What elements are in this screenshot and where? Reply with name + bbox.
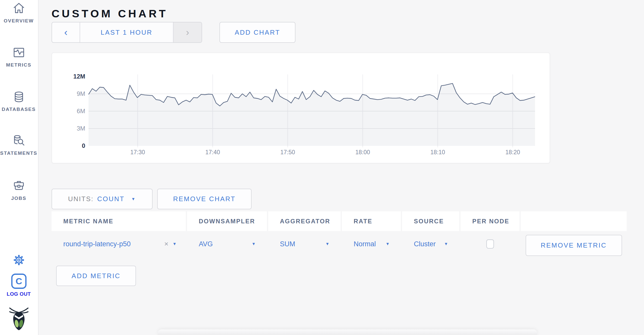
column-header-actions	[521, 211, 627, 231]
sidebar-item-metrics[interactable]: METRICS	[0, 46, 38, 68]
chevron-down-icon: ▼	[131, 197, 136, 201]
column-header-downsampler: DOWNSAMPLER	[187, 211, 267, 231]
sidebar: OVERVIEW METRICS DATABASES	[0, 0, 39, 335]
x-axis-tick: 17:30	[120, 149, 156, 156]
sidebar-label-overview: OVERVIEW	[4, 18, 34, 24]
source-cell: Cluster ▼	[402, 231, 459, 257]
downsampler-dropdown[interactable]: AVG	[199, 240, 213, 248]
time-range-dropdown[interactable]: LAST 1 HOUR	[80, 22, 173, 42]
metric-table-row: round-trip-latency-p50 × ▼ AVG ▼ SUM ▼ N…	[52, 231, 628, 257]
svg-text:C: C	[16, 276, 22, 286]
page-title: CUSTOM CHART	[52, 6, 168, 21]
sidebar-item-statements[interactable]: STATEMENTS	[0, 134, 38, 156]
sidebar-label-jobs: JOBS	[11, 196, 27, 201]
app-logo[interactable]	[0, 307, 38, 330]
column-header-aggregator: AGGREGATOR	[268, 211, 341, 231]
units-dropdown[interactable]: UNITS: COUNT ▼	[52, 189, 153, 209]
chevron-down-icon[interactable]: ▼	[325, 242, 329, 246]
x-axis-tick: 17:40	[195, 149, 231, 156]
remove-chart-button[interactable]: REMOVE CHART	[157, 189, 252, 209]
clear-metric-icon[interactable]: ×	[164, 240, 168, 248]
database-icon	[13, 91, 25, 103]
add-metric-button[interactable]: ADD METRIC	[56, 266, 136, 286]
add-chart-button[interactable]: ADD CHART	[219, 22, 295, 43]
y-axis-tick: 0	[52, 142, 85, 149]
custom-chart-page: OVERVIEW METRICS DATABASES	[0, 0, 644, 335]
actions-cell: REMOVE METRIC	[521, 231, 627, 257]
c-badge-icon: C	[10, 273, 27, 290]
remove-metric-button[interactable]: REMOVE METRIC	[526, 235, 622, 256]
time-range-prev-button[interactable]: ‹	[52, 22, 80, 42]
jobs-icon	[13, 179, 25, 192]
aggregator-dropdown[interactable]: SUM	[280, 240, 295, 248]
statements-icon	[13, 134, 25, 147]
chevron-down-icon[interactable]: ▼	[252, 242, 256, 246]
y-axis-tick: 3M	[52, 125, 85, 132]
cockroachdb-bug-logo	[8, 307, 30, 330]
column-header-source: SOURCE	[402, 211, 459, 231]
chevron-right-icon: ›	[186, 27, 189, 38]
chevron-down-icon[interactable]: ▼	[386, 242, 390, 246]
chevron-down-icon[interactable]: ▼	[172, 242, 177, 246]
per-node-checkbox[interactable]	[486, 239, 494, 249]
chevron-down-icon[interactable]: ▼	[444, 242, 448, 246]
rate-cell: Normal ▼	[342, 231, 401, 257]
column-header-metric-name: METRIC NAME	[52, 211, 186, 231]
time-range-next-button[interactable]: ›	[173, 22, 202, 42]
metrics-icon	[13, 46, 25, 59]
sidebar-item-jobs[interactable]: JOBS	[0, 179, 38, 201]
chart-card: 03M6M9M12M 17:3017:4017:5018:0018:1018:2…	[52, 53, 550, 163]
column-header-rate: RATE	[342, 211, 401, 231]
x-axis-tick: 18:10	[420, 149, 456, 156]
x-axis-tick: 17:50	[270, 149, 306, 156]
timeseries-chart	[89, 74, 535, 149]
y-axis-tick: 6M	[52, 108, 85, 115]
sidebar-item-databases[interactable]: DATABASES	[0, 91, 38, 112]
per-node-cell	[461, 231, 519, 257]
metric-name-dropdown[interactable]: round-trip-latency-p50	[63, 240, 131, 248]
metrics-table-header: METRIC NAME DOWNSAMPLER AGGREGATOR RATE …	[52, 211, 628, 231]
units-value: COUNT	[97, 195, 125, 203]
sidebar-label-databases: DATABASES	[2, 107, 36, 112]
logout-button[interactable]: LOG OUT	[0, 291, 38, 297]
next-chart-card-edge	[158, 329, 537, 335]
y-axis-tick: 9M	[52, 90, 85, 97]
time-range-selector: ‹ LAST 1 HOUR ›	[52, 22, 202, 43]
column-header-per-node: PER NODE	[461, 211, 519, 231]
home-icon	[13, 2, 25, 15]
metric-name-cell: round-trip-latency-p50 × ▼	[52, 231, 186, 257]
rate-dropdown[interactable]: Normal	[354, 240, 376, 248]
units-label: UNITS:	[68, 195, 94, 203]
source-dropdown[interactable]: Cluster	[414, 240, 436, 248]
sidebar-label-statements: STATEMENTS	[0, 150, 38, 156]
login-badge-button[interactable]: C	[0, 273, 38, 290]
chevron-left-icon: ‹	[64, 27, 68, 38]
gear-icon	[13, 254, 25, 266]
x-axis-tick: 18:20	[495, 149, 531, 156]
aggregator-cell: SUM ▼	[268, 231, 341, 257]
sidebar-label-metrics: METRICS	[6, 62, 32, 68]
y-axis-tick: 12M	[52, 73, 85, 80]
x-axis-tick: 18:00	[345, 149, 381, 156]
downsampler-cell: AVG ▼	[187, 231, 267, 257]
sidebar-item-overview[interactable]: OVERVIEW	[0, 2, 38, 24]
settings-button[interactable]	[0, 254, 38, 266]
